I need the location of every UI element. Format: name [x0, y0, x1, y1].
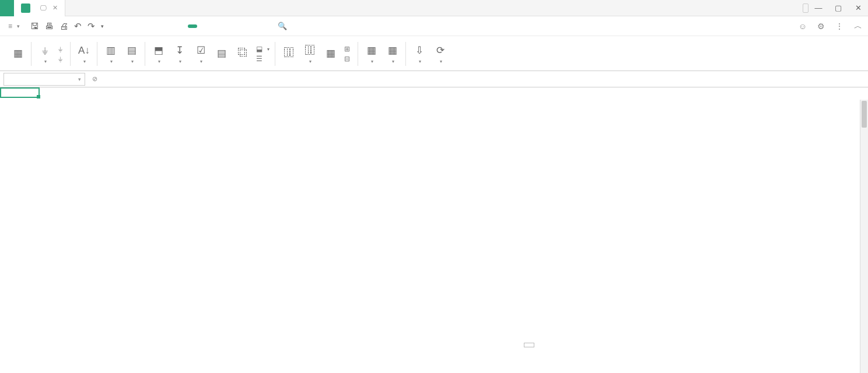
menu-right: ☺ ⚙ ⋮ ︿ [797, 20, 863, 33]
monitor-icon[interactable]: 🖵 [40, 4, 47, 12]
group-button[interactable]: ⿲ [279, 45, 299, 62]
subtotal-button[interactable]: ▦ [321, 45, 341, 62]
save-icon[interactable]: 🖫 [30, 21, 39, 31]
tab-layout[interactable] [153, 24, 160, 29]
print-icon[interactable]: 🖨 [60, 21, 68, 31]
subtotal-icon: ▦ [324, 47, 337, 59]
spreadsheet [0, 87, 868, 373]
show-detail-button[interactable]: ⊞ [342, 44, 355, 54]
show-all-button[interactable]: ⏚ [56, 44, 67, 54]
merge-table-button[interactable]: ▦▾ [383, 43, 402, 65]
search-icon: 🔍 [278, 22, 287, 30]
pivot-button[interactable]: ▦ [8, 45, 28, 62]
pivot-icon: ▦ [12, 47, 24, 59]
duplicates-button[interactable]: ▥▾ [101, 43, 121, 65]
import-button[interactable]: ⇩▾ [410, 43, 429, 65]
redo-icon[interactable]: ↷ [88, 21, 95, 31]
refresh-all-button[interactable]: ⟳▾ [430, 43, 450, 65]
doc-tab[interactable]: 🖵 ✕ [14, 0, 65, 16]
print-preview-icon[interactable]: 🖶 [45, 21, 54, 31]
menu-bar: ≡ ▾ 🖫 🖶 🖨 ↶ ↷ ▾ 🔍 ☺ ⚙ ⋮ ︿ [0, 16, 868, 36]
kebab-icon[interactable]: ⋮ [834, 20, 845, 32]
reapply-button[interactable]: ⏚ [56, 54, 67, 64]
fill-icon: ↧ [173, 44, 186, 57]
tab-insert[interactable] [135, 24, 142, 29]
hide-detail-button[interactable]: ⊟ [342, 54, 355, 64]
tab-start[interactable] [118, 24, 125, 29]
hide-detail-icon: ⊟ [344, 55, 350, 63]
filter-button[interactable]: ⏚▾ [35, 43, 55, 65]
app-tab[interactable] [0, 0, 14, 16]
compare-icon: ▤ [125, 44, 138, 57]
merge-calc-icon: ⿻ [236, 47, 249, 59]
split-table-button[interactable]: ▦▾ [362, 43, 382, 65]
simulation-icon: ⬓ [256, 45, 262, 53]
spreadsheet-icon [21, 3, 30, 13]
undo-icon[interactable]: ↶ [74, 21, 82, 31]
maximize-icon[interactable]: ▢ [828, 3, 848, 12]
close-icon[interactable]: ✕ [848, 3, 868, 12]
tab-data[interactable] [188, 24, 197, 28]
dropdown-list-icon: ▤ [215, 47, 228, 59]
sort-icon: A↓ [78, 44, 90, 57]
record-form-icon: ☰ [256, 55, 262, 63]
name-box-dropdown-icon[interactable]: ▾ [78, 76, 81, 82]
refresh-icon: ⟳ [434, 44, 447, 57]
formula-input[interactable] [109, 73, 868, 86]
search-input[interactable] [289, 22, 348, 30]
split-table-icon: ▦ [365, 44, 378, 57]
simulation-button[interactable]: ⬓▾ [254, 44, 272, 54]
tab-formula[interactable] [170, 24, 177, 29]
validation-button[interactable]: ☑▾ [191, 43, 211, 65]
duplicates-icon: ▥ [104, 44, 117, 57]
ribbon-tabs [118, 24, 267, 29]
cancel-formula-icon[interactable]: ⊘ [92, 75, 97, 83]
group-icon: ⿲ [282, 47, 295, 59]
split-col-button[interactable]: ⬒▾ [149, 43, 169, 65]
tab-review[interactable] [208, 24, 215, 29]
merge-calc-button[interactable]: ⿻ [233, 45, 253, 62]
screenshot-tooltip [524, 343, 534, 347]
import-icon: ⇩ [413, 44, 426, 57]
merge-table-icon: ▦ [386, 44, 399, 57]
gear-icon[interactable]: ⚙ [816, 20, 826, 32]
show-all-icon: ⏚ [58, 45, 62, 53]
hamburger-icon: ≡ [8, 22, 12, 30]
filter-icon: ⏚ [38, 44, 51, 57]
window-controls: — ▢ ✕ [803, 3, 868, 13]
split-col-icon: ⬒ [152, 44, 165, 57]
ribbon: ▦ ⏚▾ ⏚ ⏚ A↓▾ ▥▾ ▤▾ ⬒▾ ↧▾ ☑▾ ▤ ⿻ ⬓▾ ☰ ⿲ ⿲… [0, 36, 868, 71]
selection-cursor [0, 87, 40, 98]
validation-icon: ☑ [194, 44, 207, 57]
vertical-scrollbar[interactable] [860, 100, 868, 373]
record-form-button[interactable]: ☰ [254, 54, 272, 64]
show-detail-icon: ⊞ [344, 45, 350, 53]
chevron-down-icon: ▾ [17, 23, 20, 29]
title-bar: 🖵 ✕ — ▢ ✕ [0, 0, 868, 16]
ungroup-icon: ⿲ [303, 44, 316, 57]
reapply-icon: ⏚ [58, 55, 62, 63]
dropdown-list-button[interactable]: ▤ [212, 45, 232, 62]
tab-addins[interactable] [243, 24, 250, 29]
scroll-thumb[interactable] [862, 101, 867, 128]
window-count-badge[interactable] [803, 3, 808, 13]
face-icon[interactable]: ☺ [797, 20, 808, 32]
fill-button[interactable]: ↧▾ [170, 43, 190, 65]
minimize-icon[interactable]: — [808, 3, 828, 12]
command-search[interactable]: 🔍 [278, 22, 348, 30]
tab-dev[interactable] [260, 24, 267, 29]
close-tab-icon[interactable]: ✕ [52, 4, 58, 12]
qat-more-icon[interactable]: ▾ [101, 23, 104, 29]
name-box[interactable]: ▾ [4, 73, 85, 86]
file-menu[interactable]: ≡ ▾ [5, 20, 23, 33]
tab-view[interactable] [225, 24, 232, 29]
collapse-ribbon-icon[interactable]: ︿ [853, 20, 863, 33]
ungroup-button[interactable]: ⿲▾ [300, 43, 320, 65]
compare-button[interactable]: ▤▾ [122, 43, 142, 65]
formula-bar: ▾ ⊘ [0, 71, 868, 87]
quick-access-toolbar: 🖫 🖶 🖨 ↶ ↷ ▾ [30, 21, 104, 31]
sort-button[interactable]: A↓▾ [74, 43, 94, 65]
